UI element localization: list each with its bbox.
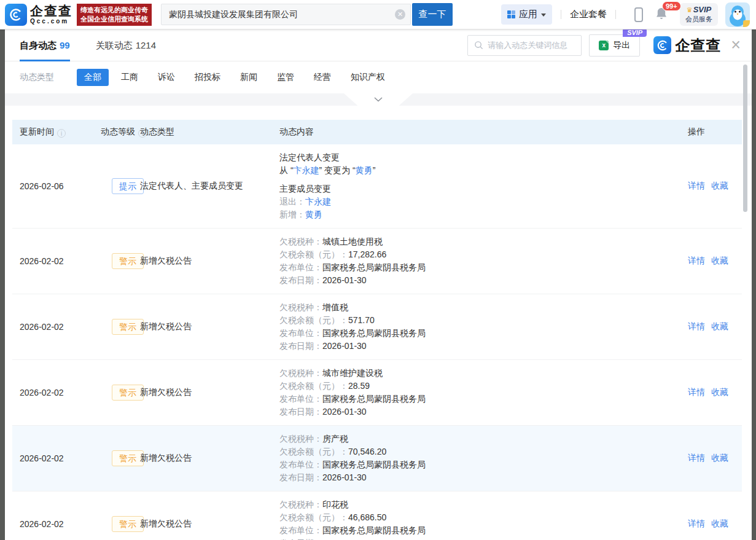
export-button[interactable]: x 导出 SVIP (589, 34, 640, 57)
collapse-toggle[interactable] (344, 93, 413, 106)
table-row: 2026-02-02 警示 新增欠税公告 欠税税种：城市维护建设税欠税余额（元）… (12, 360, 742, 426)
content-text: 70,546.20 (348, 447, 386, 456)
logo-text[interactable]: 企查查 Qcc.com (30, 4, 72, 25)
chevron-down-icon (541, 14, 546, 19)
qcc-spiral-icon (8, 7, 24, 23)
crown-icon: ♛ (687, 6, 693, 14)
favorite-link[interactable]: 收藏 (711, 453, 728, 464)
content-text: 退出： (279, 197, 305, 206)
table-row: 2026-02-02 警示 新增欠税公告 欠税税种：房产税欠税余额（元）：70,… (12, 426, 742, 491)
notifications-button[interactable]: 99+ (655, 7, 668, 23)
tab-self-dynamics[interactable]: 自身动态99 (20, 29, 70, 61)
content-text: 国家税务总局蒙阴县税务局 (322, 394, 426, 404)
content-text: 发布单位： (279, 328, 322, 338)
filter-option[interactable]: 全部 (77, 69, 109, 86)
detail-link[interactable]: 详情 (688, 387, 705, 398)
header-nav: 应用 企业套餐 99+ ♛SVIP 会员服务 (501, 2, 756, 27)
col-content: 动态内容 (279, 127, 314, 136)
user-avatar[interactable] (725, 2, 750, 27)
content-text: 发布日期： (279, 472, 322, 482)
keyword-search-input[interactable] (488, 41, 575, 50)
logo-domain: Qcc.com (30, 18, 72, 25)
row-type: 新增欠税公告 (140, 518, 279, 530)
company-search-input[interactable] (161, 4, 411, 25)
apps-button[interactable]: 应用 (501, 4, 553, 25)
content-link[interactable]: 卞永建 (294, 165, 319, 175)
content-text: 欠税税种： (279, 434, 322, 444)
row-date: 2026-02-02 (20, 519, 92, 529)
enterprise-package-link[interactable]: 企业套餐 (570, 9, 607, 20)
tab-related-dynamics[interactable]: 关联动态1214 (96, 29, 156, 61)
filter-option[interactable]: 招投标 (187, 69, 228, 86)
content-text: 国家税务总局蒙阴县税务局 (322, 460, 426, 469)
favorite-link[interactable]: 收藏 (711, 387, 728, 398)
scrollbar-thumb[interactable] (743, 65, 747, 212)
row-content: 欠税税种：印花税欠税余额（元）：46,686.50发布单位：国家税务总局蒙阴县税… (279, 498, 688, 540)
content-link[interactable]: 黄勇 (356, 165, 373, 175)
level-badge: 提示 (112, 178, 144, 194)
svip-service-button[interactable]: ♛SVIP 会员服务 (680, 3, 718, 26)
favorite-link[interactable]: 收藏 (711, 518, 728, 530)
tab-count: 1214 (136, 40, 156, 50)
export-label: 导出 (613, 40, 630, 51)
filter-option[interactable]: 工商 (114, 69, 146, 86)
slogan-line2: 全国企业信用查询系统 (80, 15, 148, 24)
filter-option[interactable]: 知识产权 (343, 69, 392, 86)
detail-link[interactable]: 详情 (688, 518, 705, 530)
close-icon[interactable]: × (731, 37, 741, 53)
detail-link[interactable]: 详情 (688, 181, 705, 192)
table-row: 2026-02-02 警示 新增欠税公告 欠税税种：印花税欠税余额（元）：46,… (12, 491, 742, 540)
content-text: 房产税 (322, 434, 348, 444)
filter-option[interactable]: 新闻 (233, 69, 265, 86)
clear-search-icon[interactable]: ✕ (395, 9, 405, 20)
row-type: 法定代表人、主要成员变更 (140, 181, 279, 192)
row-date: 2026-02-02 (20, 256, 92, 266)
col-type: 动态类型 (140, 127, 174, 136)
detail-link[interactable]: 详情 (688, 321, 705, 332)
content-text: 2026-01-30 (322, 407, 367, 417)
col-level: 动态等级 (101, 127, 135, 136)
svip-tag: SVIP (623, 29, 647, 37)
table-header: 更新时间i 动态等级i 动态类型 动态内容 操作 (12, 120, 742, 144)
content-text: 发布日期： (279, 407, 322, 417)
content-link[interactable]: 卞永建 (305, 197, 331, 206)
qcc-logo-icon[interactable] (5, 4, 27, 26)
col-update-time: 更新时间 (20, 127, 54, 136)
excel-icon: x (599, 41, 609, 50)
table-row: 2026-02-02 警示 新增欠税公告 欠税税种：增值税欠税余额（元）：571… (12, 294, 742, 360)
brand-name: 企查查 (675, 36, 721, 55)
site-header: 企查查 Qcc.com 缔造有远见的商业传奇 全国企业信用查询系统 ✕ 查一下 … (0, 0, 756, 29)
info-icon[interactable]: i (57, 129, 66, 138)
brand-slogan: 缔造有远见的商业传奇 全国企业信用查询系统 (77, 4, 152, 26)
search-button[interactable]: 查一下 (412, 3, 453, 26)
content-link[interactable]: 黄勇 (305, 209, 322, 219)
level-badge: 警示 (112, 516, 144, 532)
row-date: 2026-02-02 (20, 322, 92, 332)
content-text: 发布日期： (279, 275, 322, 285)
detail-link[interactable]: 详情 (688, 453, 705, 464)
detail-link[interactable]: 详情 (688, 256, 705, 267)
row-date: 2026-02-06 (20, 181, 92, 191)
mobile-app-icon[interactable] (634, 7, 643, 22)
content-text: 571.70 (348, 315, 375, 325)
filter-option[interactable]: 监管 (270, 69, 302, 86)
favorite-link[interactable]: 收藏 (711, 321, 728, 332)
level-badge: 警示 (112, 319, 144, 335)
filter-options: 全部工商诉讼招投标新闻监管经营知识产权 (77, 69, 397, 86)
filter-row: 动态类型 全部工商诉讼招投标新闻监管经营知识产权 (5, 61, 752, 93)
content-text: 发布单位： (279, 394, 322, 404)
company-search: ✕ 查一下 (161, 3, 453, 26)
divider (561, 10, 561, 19)
filter-option[interactable]: 诉讼 (150, 69, 182, 86)
qcc-brand-icon (653, 36, 671, 54)
keyword-search-box (467, 35, 582, 56)
tab-label: 自身动态 (20, 40, 57, 50)
content-text: ” 变更为 “ (319, 165, 356, 175)
favorite-link[interactable]: 收藏 (711, 256, 728, 267)
filter-option[interactable]: 经营 (306, 69, 338, 86)
content-text: 发布单位： (279, 262, 322, 272)
tab-count: 99 (60, 40, 70, 50)
row-type: 新增欠税公告 (140, 256, 279, 267)
favorite-link[interactable]: 收藏 (711, 181, 728, 192)
content-text: 欠税余额（元）： (279, 447, 348, 456)
